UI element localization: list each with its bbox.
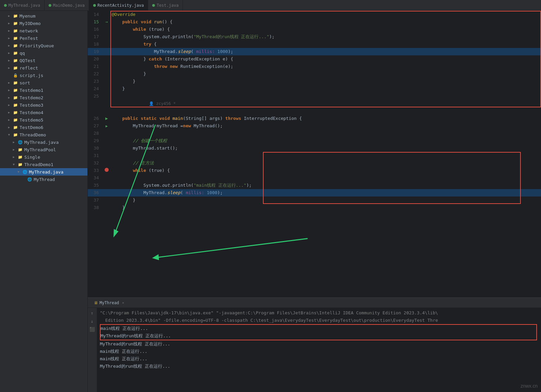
code-line-15: 15 → public void run() { xyxy=(88,18,541,26)
sidebar-item-testdemo5[interactable]: ▶ 📁 Testdemo5 xyxy=(0,116,87,124)
code-line-30: 30 myThread.start(); xyxy=(88,145,541,152)
code-line-28: 28 xyxy=(88,130,541,137)
tab-dot-2 xyxy=(49,4,51,7)
java-icon: 🌐 xyxy=(18,139,23,145)
arrow-icon: ▶ xyxy=(13,140,18,144)
sidebar-item-testdemo6[interactable]: ▶ 📁 TestDemo6 xyxy=(0,124,87,131)
arrow-icon: ▶ xyxy=(8,36,13,40)
folder-icon: 📁 xyxy=(13,95,18,100)
sidebar-item-testdemo4[interactable]: ▶ 📁 Testdemo4 xyxy=(0,109,87,116)
code-line-17: 17 System.out.println("MyThread的run线程 正在… xyxy=(88,33,541,41)
code-line-19: 19 MyThread.sleep( millis: 1000); xyxy=(88,48,541,55)
console-line-3: main线程 正在运行... xyxy=(101,325,536,332)
code-line-34: 34 xyxy=(88,174,541,182)
console-line-1: "C:\Program Files\Java\jdk-17\bin\java.e… xyxy=(100,309,538,317)
sidebar-item-mythread-java-selected[interactable]: ▼ 🌐 MyThread.java xyxy=(0,168,87,176)
folder-icon: 📁 xyxy=(18,162,23,167)
java-icon: 🌐 xyxy=(22,169,28,175)
code-line-18: 18 try { xyxy=(88,41,541,48)
folder-icon: 📁 xyxy=(13,50,18,56)
sidebar-item-threaddemo[interactable]: ▼ 📁 ThreadDemo xyxy=(0,131,87,138)
arrow-icon: ▶ xyxy=(8,29,13,32)
editor-tabs: MyThread.java MainDemo.java RecentActivi… xyxy=(0,0,541,11)
project-sidebar: ▶ 📁 Myenum ▶ 📁 MyIODemo ▶ 📁 network ▶ 📁 … xyxy=(0,11,88,392)
arrow-icon: ▶ xyxy=(8,44,13,47)
console-tab-mythread[interactable]: 🖥 MyThread ✕ xyxy=(90,298,128,308)
folder-icon: 📁 xyxy=(13,21,18,26)
sidebar-item-testdemo1[interactable]: ▶ 📁 Testdemo1 xyxy=(0,86,87,94)
code-line-31: 31 xyxy=(88,152,541,159)
console-red-highlight: main线程 正在运行... MyThread的run线程 正在运行... xyxy=(100,324,537,340)
sidebar-item-testdemo3[interactable]: ▶ 📁 Testdemo3 xyxy=(0,101,87,109)
folder-icon: 📁 xyxy=(13,35,18,41)
console-line-5: MyThread的run线程 正在运行... xyxy=(100,340,538,348)
sidebar-item-testdemo2[interactable]: ▶ 📁 Testdemo2 xyxy=(0,94,87,101)
arrow-icon: ▼ xyxy=(13,163,18,166)
sidebar-item-myenum[interactable]: ▶ 📁 Myenum xyxy=(0,12,87,20)
code-line-26: 26 ▶ public static void main(String[] ar… xyxy=(88,115,541,122)
sidebar-item-sort[interactable]: ▶ 📁 sort xyxy=(0,79,87,86)
tab-maindemo-java[interactable]: MainDemo.java xyxy=(45,0,89,11)
main-content: ▶ 📁 Myenum ▶ 📁 MyIODemo ▶ 📁 network ▶ 📁 … xyxy=(0,11,541,392)
arrow-icon: ▶ xyxy=(8,88,13,92)
close-console-tab-icon[interactable]: ✕ xyxy=(122,301,124,305)
tab-recentactivity-java[interactable]: RecentActivity.java xyxy=(89,0,148,11)
arrow-icon: ▶ xyxy=(13,148,18,151)
watermark: znwx.cn xyxy=(520,383,538,389)
scroll-down-button[interactable]: ↓ xyxy=(88,317,96,325)
sidebar-item-threaddemo1[interactable]: ▼ 📁 ThreadDemo1 xyxy=(0,161,87,168)
tab-test-java[interactable]: Test.java xyxy=(148,0,183,11)
scroll-up-button[interactable]: ↑ xyxy=(88,309,96,317)
code-line-27: 27 ▶ MyThread myThread =new MyThread(); xyxy=(88,122,541,130)
arrow-icon: ▼ xyxy=(8,133,13,136)
code-line-16: 16 while (true) { xyxy=(88,26,541,33)
arrow-icon: ▶ xyxy=(8,81,13,84)
arrow-icon: ▶ xyxy=(8,96,13,99)
sidebar-item-mythreadpool[interactable]: ▶ 📁 MyThreadPool xyxy=(0,146,87,153)
sidebar-item-single[interactable]: ▶ 📁 Single xyxy=(0,153,87,161)
sidebar-item-qqtest[interactable]: ▶ 📁 QQTest xyxy=(0,57,87,64)
sidebar-item-scriptjs[interactable]: ▶ 🔒 script.js xyxy=(0,72,87,79)
tab-mythread-java[interactable]: MyThread.java xyxy=(0,0,45,11)
sidebar-item-qq[interactable]: ▶ 📁 qq xyxy=(0,49,87,57)
console-line-4: MyThread的run线程 正在运行... xyxy=(101,332,536,340)
console-line-2: Edition 2023.3.4\bin" -Dfile.encoding=UT… xyxy=(100,317,538,324)
arrow-icon: ▶ xyxy=(8,51,13,55)
code-line-29: 29 // 创建一个线程 xyxy=(88,137,541,145)
sidebar-item-pentest[interactable]: ▶ 📁 PenTest xyxy=(0,34,87,42)
arrow-icon: ▶ xyxy=(8,111,13,114)
java-icon: 🌐 xyxy=(27,177,32,182)
folder-icon: 📁 xyxy=(13,102,18,108)
folder-icon: 📁 xyxy=(13,110,18,115)
arrow-icon: ▶ xyxy=(8,126,13,129)
sidebar-item-mythread-inner[interactable]: ▶ 🌐 MyThread xyxy=(0,176,87,183)
folder-icon: 📁 xyxy=(13,125,18,130)
run-button-icon[interactable]: ▶ xyxy=(105,116,108,121)
folder-icon: 📁 xyxy=(13,58,18,63)
code-container[interactable]: 14 @Override 15 → public void run() { 16 xyxy=(88,11,541,297)
code-line-21: 21 throw new RuntimeException(e); xyxy=(88,63,541,70)
folder-icon: 📁 xyxy=(13,28,18,33)
folder-icon: 📁 xyxy=(18,147,23,152)
console-output[interactable]: "C:\Program Files\Java\jdk-17\bin\java.e… xyxy=(97,308,541,392)
code-line-14: 14 @Override xyxy=(88,11,541,18)
breakpoint-icon[interactable] xyxy=(105,168,109,172)
sidebar-item-priorityqueue[interactable]: ▶ 📁 PriorityQueue xyxy=(0,42,87,49)
sidebar-item-mythread-java[interactable]: ▶ 🌐 MyThread.java xyxy=(0,138,87,146)
code-line-37: 37 } xyxy=(88,197,541,204)
arrow-icon: ▶ xyxy=(8,59,13,62)
bottom-panel: 🖥 MyThread ✕ ↑ ↓ ⬛ "C:\Program Files\Jav… xyxy=(88,297,541,392)
console-line-7: main线程 正在运行... xyxy=(100,355,538,363)
code-line-23: 23 } xyxy=(88,78,541,85)
sidebar-item-reflect[interactable]: ▶ 📁 reflect xyxy=(0,64,87,72)
stop-button[interactable]: ⬛ xyxy=(88,325,96,333)
arrow-icon: ▶ xyxy=(8,22,13,25)
code-line-22: 22 } xyxy=(88,70,541,78)
console-line-6: main线程 正在运行... xyxy=(100,348,538,355)
code-line-33: 33 while (true) { xyxy=(88,167,541,174)
folder-icon: 📁 xyxy=(13,117,18,123)
folder-icon: 📁 xyxy=(18,154,23,160)
sidebar-item-network[interactable]: ▶ 📁 network xyxy=(0,27,87,34)
arrow-icon: ▶ xyxy=(13,155,18,159)
sidebar-item-myiodemo[interactable]: ▶ 📁 MyIODemo xyxy=(0,20,87,27)
